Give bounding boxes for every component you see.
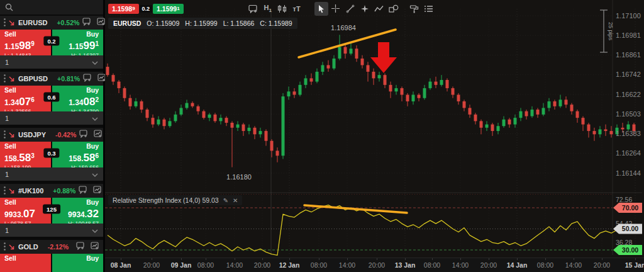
zigzag-tool[interactable] bbox=[372, 2, 386, 16]
time-tick-mark bbox=[602, 258, 602, 260]
buy-button[interactable]: Buy bbox=[52, 254, 103, 272]
instrument-header[interactable]: #UK100+0.88% bbox=[0, 184, 103, 198]
time-tick-mark bbox=[517, 258, 518, 260]
chart-buy-price-button[interactable]: 1.15991 bbox=[153, 4, 184, 14]
instrument-change: +0.52% bbox=[57, 19, 79, 26]
time-tick-mark bbox=[235, 258, 235, 260]
price-tick-label: 1.16981 bbox=[616, 31, 641, 39]
time-axis[interactable]: 08 Jan20:0009 Jan08:0014:0020:0012 Jan08… bbox=[105, 258, 644, 272]
brush-tool[interactable] bbox=[408, 2, 421, 16]
chart-sell-price: 1.1598 bbox=[112, 5, 132, 13]
message-plus-icon[interactable] bbox=[82, 17, 91, 28]
buy-button[interactable]: Buy158.586H: 159.656 bbox=[52, 142, 103, 167]
instrument-change: +0.81% bbox=[57, 75, 80, 82]
more-options-icon[interactable] bbox=[4, 74, 6, 84]
time-tick-label: 20:00 bbox=[369, 261, 385, 269]
down-arrow-annotation[interactable] bbox=[370, 42, 397, 73]
buy-label: Buy bbox=[57, 87, 99, 94]
rsi-tag-label: 70.00 bbox=[622, 204, 638, 212]
message-plus-icon[interactable] bbox=[79, 129, 88, 140]
ohlc-low: L: 1.15866 bbox=[223, 20, 255, 27]
time-tick-mark bbox=[289, 258, 290, 260]
price-tick-label: 1.16383 bbox=[616, 130, 641, 137]
instrument-header[interactable]: GOLD-2.12% bbox=[0, 240, 103, 254]
instrument-header[interactable]: EURUSD+0.52% bbox=[0, 16, 103, 30]
buy-button[interactable]: Buy1.34082H: 1.34790 bbox=[52, 86, 103, 111]
more-options-icon[interactable] bbox=[4, 242, 6, 252]
chart-sell-price-sup: 9 bbox=[132, 6, 135, 11]
quantity-value: 1 bbox=[5, 115, 9, 122]
instrument-header[interactable]: USDJPY-0.42% bbox=[0, 128, 103, 142]
message-plus-icon[interactable] bbox=[83, 73, 92, 84]
message-plus-icon[interactable] bbox=[76, 241, 85, 252]
price-tick-label: 1.16861 bbox=[616, 51, 641, 59]
quantity-selector[interactable]: 1 bbox=[0, 111, 103, 125]
buy-price: 158.586 bbox=[57, 150, 99, 165]
chart-buy-price: 1.1599 bbox=[157, 5, 177, 13]
sell-price: 158.583 bbox=[4, 150, 47, 165]
more-options-icon[interactable] bbox=[4, 130, 6, 140]
chart-sell-price-button[interactable]: 1.15989 bbox=[108, 4, 139, 14]
watchlist-search[interactable] bbox=[0, 0, 103, 16]
watchlist-item-usdjpy: USDJPY-0.42%Sell158.583L: 158.199Buy158.… bbox=[0, 128, 103, 184]
buy-button[interactable]: Buy1.15991H: 1.16397 bbox=[52, 30, 103, 55]
price-tick-label: 1.16503 bbox=[616, 110, 641, 118]
instrument-header[interactable]: GBPUSD+0.81% bbox=[0, 72, 103, 86]
close-icon[interactable]: ✕ bbox=[233, 197, 238, 204]
cursor-tool[interactable] bbox=[314, 2, 328, 16]
edit-icon[interactable]: ✎ bbox=[223, 197, 228, 204]
time-tick-label: 14:00 bbox=[452, 261, 469, 269]
day-high: H: 10048.57 bbox=[57, 221, 99, 224]
trading-platform-window: EURUSD+0.52%Sell1.15989L: 1.14843Buy1.15… bbox=[0, 0, 644, 272]
chart-tools: H1тT bbox=[247, 2, 436, 16]
watchlist-item-gold: GOLD-2.12%SellBuy bbox=[0, 240, 103, 272]
quantity-selector[interactable]: 1 bbox=[0, 167, 103, 181]
trend-line-tool[interactable] bbox=[343, 2, 357, 16]
chart-plus-icon[interactable] bbox=[93, 185, 102, 196]
time-tick-mark bbox=[347, 258, 348, 260]
sell-button[interactable]: Sell bbox=[0, 254, 51, 272]
sell-price: 9933.07 bbox=[4, 206, 47, 221]
instrument-name: EURUSD bbox=[18, 19, 47, 26]
buy-price: 1.15991 bbox=[57, 38, 99, 53]
quantity-selector[interactable]: 1 bbox=[0, 224, 103, 237]
object-list-tool[interactable] bbox=[422, 2, 436, 16]
watchlist-items: EURUSD+0.52%Sell1.15989L: 1.14843Buy1.15… bbox=[0, 16, 103, 272]
time-tick-mark bbox=[262, 258, 263, 260]
price-chart-canvas[interactable]: 1.171001.169811.168611.167421.166221.165… bbox=[105, 0, 642, 272]
quantity-selector[interactable]: 1 bbox=[0, 55, 103, 69]
instrument-name: GOLD bbox=[18, 243, 38, 251]
day-low: L: 9678.57 bbox=[4, 221, 47, 224]
instrument-header-icons bbox=[83, 73, 106, 84]
sell-label: Sell bbox=[4, 31, 47, 38]
instrument-change: -0.42% bbox=[55, 131, 76, 139]
chart-plus-icon[interactable] bbox=[91, 241, 99, 252]
text-size-tool[interactable]: тT bbox=[290, 2, 304, 16]
more-options-icon[interactable] bbox=[4, 18, 6, 28]
sell-price: 1.15989 bbox=[4, 38, 47, 53]
chevron-down-icon bbox=[92, 227, 98, 234]
crosshair-tool[interactable] bbox=[329, 2, 343, 16]
rsi-tag-label: 30.00 bbox=[622, 246, 638, 254]
search-icon bbox=[5, 3, 13, 11]
chart-plus-icon[interactable] bbox=[94, 129, 103, 140]
rsi-line bbox=[108, 205, 634, 256]
timeframe-tool[interactable]: H1 bbox=[261, 2, 275, 16]
message-plus-tool[interactable] bbox=[247, 2, 260, 16]
time-tick-mark bbox=[489, 258, 489, 260]
ohlc-open: O: 1.15909 bbox=[147, 20, 179, 27]
sell-label: Sell bbox=[4, 255, 47, 262]
time-tick-label: 13 Jan bbox=[395, 261, 416, 269]
swing-high-label: 1.16984 bbox=[331, 24, 356, 31]
cross-marker-tool[interactable] bbox=[358, 2, 372, 16]
shapes-tool[interactable] bbox=[387, 2, 401, 16]
more-options-icon[interactable] bbox=[4, 186, 6, 196]
chart-type-tool[interactable] bbox=[275, 2, 289, 16]
instrument-header-icons bbox=[82, 17, 106, 28]
watchlist-item-gbpusd: GBPUSD+0.81%Sell1.34076L: 1.32566Buy1.34… bbox=[0, 72, 103, 128]
rsi-trendline-annotation[interactable] bbox=[304, 205, 407, 213]
chevron-down-icon bbox=[92, 171, 98, 178]
day-high: H: 1.16397 bbox=[57, 53, 99, 55]
message-plus-icon[interactable] bbox=[79, 185, 87, 196]
time-tick-label: 08:00 bbox=[537, 261, 553, 269]
